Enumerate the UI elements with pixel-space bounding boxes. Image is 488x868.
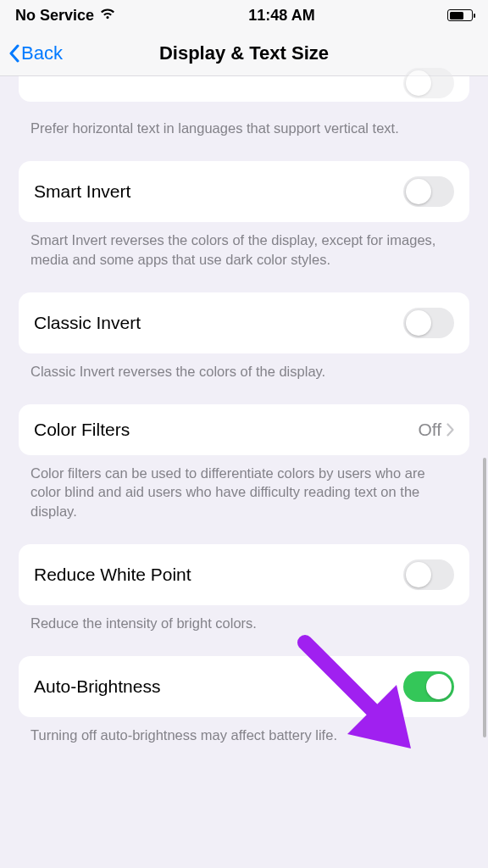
row-label: Reduce White Point (34, 565, 191, 585)
clock-text: 11:48 AM (248, 7, 314, 25)
row-value: Off (418, 420, 454, 440)
chevron-right-icon (446, 423, 454, 437)
section-footer-classic-invert: Classic Invert reverses the colors of th… (19, 353, 469, 381)
status-bar: No Service 11:48 AM (0, 0, 488, 31)
section-footer-reduce-white-point: Reduce the intensity of bright colors. (19, 605, 469, 632)
back-label: Back (21, 42, 63, 64)
scroll-indicator (483, 458, 486, 737)
row-auto-brightness[interactable]: Auto-Brightness (19, 656, 469, 717)
toggle-reduce-white-point[interactable] (403, 559, 454, 590)
row-label: Color Filters (34, 420, 130, 440)
partial-row[interactable] (19, 76, 469, 102)
section-footer-auto-brightness: Turning off auto-brightness may affect b… (19, 717, 469, 744)
color-filters-value: Off (418, 420, 441, 440)
back-button[interactable]: Back (0, 42, 63, 64)
row-label: Auto-Brightness (34, 676, 160, 697)
battery-icon (447, 9, 473, 21)
wifi-icon (99, 7, 116, 25)
row-color-filters[interactable]: Color Filters Off (19, 404, 469, 455)
row-smart-invert[interactable]: Smart Invert (19, 161, 469, 222)
toggle-smart-invert[interactable] (403, 176, 454, 207)
row-reduce-white-point[interactable]: Reduce White Point (19, 544, 469, 605)
chevron-left-icon (8, 44, 19, 63)
row-classic-invert[interactable]: Classic Invert (19, 292, 469, 353)
toggle-auto-brightness[interactable] (403, 671, 454, 702)
page-title: Display & Text Size (0, 42, 488, 64)
content-area: Prefer horizontal text in languages that… (0, 76, 488, 744)
row-label: Smart Invert (34, 181, 130, 202)
section-footer-smart-invert: Smart Invert reverses the colors of the … (19, 222, 469, 269)
carrier-text: No Service (15, 7, 94, 25)
row-label: Classic Invert (34, 313, 141, 333)
toggle-classic-invert[interactable] (403, 308, 454, 338)
toggle-switch[interactable] (403, 68, 454, 98)
section-footer-color-filters: Color filters can be used to differentia… (19, 455, 469, 520)
section-footer-prefer-horizontal: Prefer horizontal text in languages that… (19, 110, 469, 137)
